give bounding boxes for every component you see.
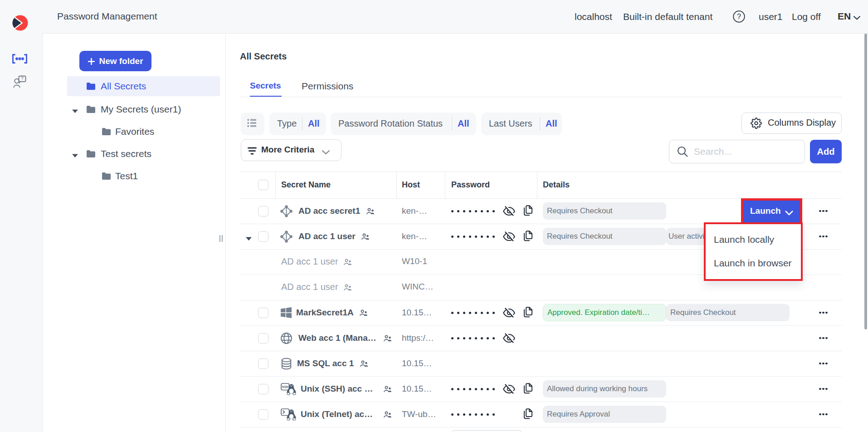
svg-text:?: ?: [21, 76, 24, 81]
svg-text:SSH: SSH: [282, 385, 288, 388]
svg-text:?: ?: [737, 13, 741, 20]
